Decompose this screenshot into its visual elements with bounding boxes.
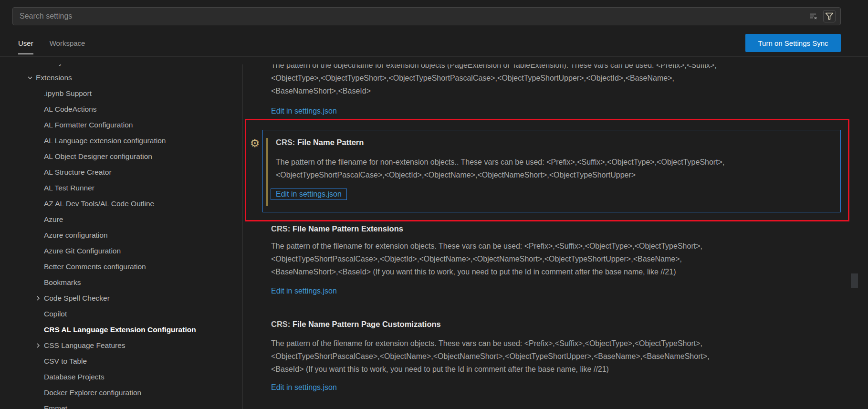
description-line: <ObjectTypeShortPascalCase>,<ObjectId>,<… [276,168,724,181]
tree-item-label: Bookmarks [44,278,81,287]
chevron-right-icon[interactable] [34,342,44,349]
tree-item-label: Azure [44,215,63,224]
tab-user[interactable]: User [18,39,33,54]
tree-item-label: Copilot [44,310,67,318]
chevron-placeholder [34,231,44,239]
setting-name: File Name Pattern Page Customizations [293,320,441,328]
tree-item-css-language-features[interactable]: CSS Language Features [0,337,241,353]
tree-item-label: CRS AL Language Extension Configuration [44,325,196,334]
tree-item-al-object-designer-configuration[interactable]: AL Object Designer configuration [0,148,241,164]
chevron-placeholder [34,326,44,334]
chevron-placeholder [34,389,44,397]
description-line: <BaseNameShort>,<BaseId> [271,84,717,97]
setting-name: File Name Pattern Extensions [293,224,403,233]
chevron-placeholder [34,263,44,271]
setting-card-file-name-pattern[interactable]: CRS: File Name Pattern The pattern of th… [262,130,841,212]
tree-item-crs-al-language-extension-configuration[interactable]: CRS AL Language Extension Configuration [0,322,241,337]
tree-item-label: Database Projects [44,373,105,381]
tree-item-azure[interactable]: Azure [0,211,241,227]
tree-item-label: Azure configuration [44,231,108,240]
tree-item-label: AL Structure Creator [44,168,112,177]
chevron-placeholder [34,90,44,97]
search-input[interactable] [13,12,807,21]
chevron-down-icon[interactable] [26,74,36,82]
settings-scope-tabs: User Workspace [18,39,85,54]
tree-item-al-language-extension-configuration[interactable]: AL Language extension configuration [0,133,241,148]
partial-setting-description: The pattern of the objectname for extens… [271,59,717,97]
tree-item-extensions[interactable]: Extensions [0,70,241,85]
chevron-placeholder [34,310,44,318]
settings-tree: Security Extensions .ipynb Support AL Co… [0,54,241,409]
tree-item-label: AL Test Runner [44,184,94,192]
description-line: The pattern of the filename for non-exte… [276,156,724,168]
chevron-placeholder [34,357,44,365]
description-line: The pattern of the filename for extensio… [271,240,702,252]
tree-item-label: .ipynb Support [44,89,92,98]
tabbar-rule [0,56,868,57]
settings-search-box [12,7,841,25]
tree-item-azure-configuration[interactable]: Azure configuration [0,227,241,243]
setting-description: The pattern of the filename for extensio… [271,337,710,376]
modified-setting-indicator [266,138,268,206]
vertical-scrollbar-thumb[interactable] [851,273,858,288]
tree-item-label: Better Comments configuration [44,262,146,271]
setting-category: CRS: [271,320,293,328]
tree-item-al-test-runner[interactable]: AL Test Runner [0,180,241,196]
edit-settings-json-link[interactable]: Edit in settings.json [271,383,337,392]
chevron-placeholder [34,405,44,409]
settings-header: User Workspace Turn on Settings Sync [0,0,868,64]
description-line: <BaseId> (If you want this to work, you … [271,363,710,376]
filter-icon[interactable] [823,10,836,22]
tree-item-al-structure-creator[interactable]: AL Structure Creator [0,164,241,180]
description-line: <ObjectTypeShortPascalCase>,<ObjectName>… [271,350,710,363]
tab-workspace[interactable]: Workspace [50,39,85,54]
description-line: <BaseNameShort>,<BaseId> (If you want th… [271,265,702,278]
tree-item-label: Docker Explorer configuration [44,388,141,397]
edit-settings-json-link[interactable]: Edit in settings.json [276,190,342,199]
clear-search-results-icon[interactable] [807,10,819,22]
tree-item-label: AL CodeActions [44,105,97,114]
setting-category: CRS: [276,138,297,147]
setting-name: File Name Pattern [297,138,364,147]
gear-icon[interactable]: ⚙ [249,137,261,149]
edit-settings-json-link[interactable]: Edit in settings.json [271,107,337,115]
tree-item-copilot[interactable]: Copilot [0,306,241,322]
tree-item-label: CSS Language Features [44,341,125,350]
setting-category: CRS: [271,224,293,233]
tree-item-ipynb-support[interactable]: .ipynb Support [0,85,241,101]
tree-item-label: Emmet [44,404,67,409]
description-line: <ObjectType>,<ObjectTypeShort>,<ObjectTy… [271,72,717,84]
description-line: <ObjectTypeShortPascalCase>,<ObjectId>,<… [271,252,702,265]
tree-item-database-projects[interactable]: Database Projects [0,369,241,385]
tree-item-al-codeactions[interactable]: AL CodeActions [0,101,241,117]
tree-item-better-comments-configuration[interactable]: Better Comments configuration [0,259,241,274]
tree-item-label: Azure Git Configuration [44,247,121,255]
tree-item-al-formatter-configuration[interactable]: AL Formatter Configuration [0,117,241,133]
tree-item-azure-git-configuration[interactable]: Azure Git Configuration [0,243,241,259]
tree-item-label: AL Object Designer configuration [44,152,152,161]
setting-description: The pattern of the filename for non-exte… [276,156,724,181]
chevron-placeholder [34,184,44,192]
tree-item-csv-to-table[interactable]: CSV to Table [0,353,241,369]
tree-item-az-al-dev-tools-al-code-outline[interactable]: AZ AL Dev Tools/AL Code Outline [0,196,241,211]
tree-item-label: AL Formatter Configuration [44,121,133,129]
turn-on-settings-sync-button[interactable]: Turn on Settings Sync [745,34,841,52]
chevron-placeholder [34,247,44,255]
chevron-placeholder [34,200,44,208]
chevron-placeholder [34,168,44,176]
chevron-right-icon[interactable] [34,294,44,302]
chevron-placeholder [34,216,44,223]
edit-settings-json-link[interactable]: Edit in settings.json [271,287,337,295]
setting-title: CRS: File Name Pattern Extensions [271,224,403,233]
tree-item-label: AZ AL Dev Tools/AL Code Outline [44,199,154,208]
edit-link-focus-outline: Edit in settings.json [271,189,347,200]
tree-item-docker-explorer-configuration[interactable]: Docker Explorer configuration [0,385,241,400]
chevron-placeholder [34,105,44,113]
chevron-placeholder [34,279,44,286]
tree-item-bookmarks[interactable]: Bookmarks [0,274,241,290]
chevron-placeholder [34,153,44,160]
tree-item-code-spell-checker[interactable]: Code Spell Checker [0,290,241,306]
tree-item-emmet[interactable]: Emmet [0,400,241,409]
chevron-placeholder [34,373,44,381]
tree-item-label: CSV to Table [44,357,87,366]
